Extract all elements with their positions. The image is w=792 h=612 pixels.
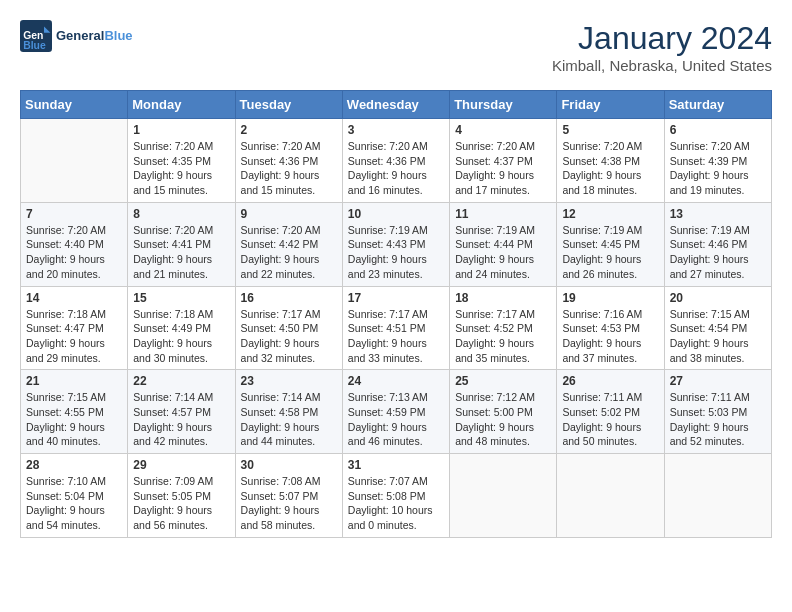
day-info: Sunrise: 7:14 AM Sunset: 4:58 PM Dayligh… [241,390,337,449]
day-number: 9 [241,207,337,221]
calendar-cell [450,454,557,538]
calendar-cell: 8Sunrise: 7:20 AM Sunset: 4:41 PM Daylig… [128,202,235,286]
calendar-cell: 11Sunrise: 7:19 AM Sunset: 4:44 PM Dayli… [450,202,557,286]
day-info: Sunrise: 7:09 AM Sunset: 5:05 PM Dayligh… [133,474,229,533]
day-number: 17 [348,291,444,305]
day-number: 26 [562,374,658,388]
day-info: Sunrise: 7:18 AM Sunset: 4:47 PM Dayligh… [26,307,122,366]
day-number: 8 [133,207,229,221]
day-info: Sunrise: 7:16 AM Sunset: 4:53 PM Dayligh… [562,307,658,366]
logo: Gen Blue GeneralBlue [20,20,133,52]
day-number: 5 [562,123,658,137]
day-number: 28 [26,458,122,472]
day-info: Sunrise: 7:20 AM Sunset: 4:39 PM Dayligh… [670,139,766,198]
svg-text:Blue: Blue [23,40,46,51]
day-number: 16 [241,291,337,305]
page-subtitle: Kimball, Nebraska, United States [552,57,772,74]
calendar-week-row: 1Sunrise: 7:20 AM Sunset: 4:35 PM Daylig… [21,119,772,203]
calendar-cell: 2Sunrise: 7:20 AM Sunset: 4:36 PM Daylig… [235,119,342,203]
day-number: 31 [348,458,444,472]
day-info: Sunrise: 7:20 AM Sunset: 4:36 PM Dayligh… [241,139,337,198]
day-info: Sunrise: 7:12 AM Sunset: 5:00 PM Dayligh… [455,390,551,449]
day-number: 4 [455,123,551,137]
calendar-day-header: Saturday [664,91,771,119]
calendar-cell: 20Sunrise: 7:15 AM Sunset: 4:54 PM Dayli… [664,286,771,370]
day-number: 2 [241,123,337,137]
calendar-cell: 17Sunrise: 7:17 AM Sunset: 4:51 PM Dayli… [342,286,449,370]
day-number: 18 [455,291,551,305]
calendar-header: SundayMondayTuesdayWednesdayThursdayFrid… [21,91,772,119]
day-info: Sunrise: 7:17 AM Sunset: 4:50 PM Dayligh… [241,307,337,366]
logo-blue: Blue [104,28,132,43]
day-number: 30 [241,458,337,472]
page-title: January 2024 [552,20,772,57]
day-info: Sunrise: 7:15 AM Sunset: 4:54 PM Dayligh… [670,307,766,366]
calendar-day-header: Friday [557,91,664,119]
calendar-cell: 27Sunrise: 7:11 AM Sunset: 5:03 PM Dayli… [664,370,771,454]
logo-general: General [56,28,104,43]
day-number: 6 [670,123,766,137]
day-number: 19 [562,291,658,305]
calendar-cell: 5Sunrise: 7:20 AM Sunset: 4:38 PM Daylig… [557,119,664,203]
day-info: Sunrise: 7:10 AM Sunset: 5:04 PM Dayligh… [26,474,122,533]
day-info: Sunrise: 7:11 AM Sunset: 5:02 PM Dayligh… [562,390,658,449]
day-info: Sunrise: 7:17 AM Sunset: 4:52 PM Dayligh… [455,307,551,366]
calendar-week-row: 21Sunrise: 7:15 AM Sunset: 4:55 PM Dayli… [21,370,772,454]
day-info: Sunrise: 7:19 AM Sunset: 4:43 PM Dayligh… [348,223,444,282]
calendar-header-row: SundayMondayTuesdayWednesdayThursdayFrid… [21,91,772,119]
day-info: Sunrise: 7:11 AM Sunset: 5:03 PM Dayligh… [670,390,766,449]
calendar-week-row: 14Sunrise: 7:18 AM Sunset: 4:47 PM Dayli… [21,286,772,370]
day-number: 13 [670,207,766,221]
day-info: Sunrise: 7:20 AM Sunset: 4:41 PM Dayligh… [133,223,229,282]
calendar-cell: 16Sunrise: 7:17 AM Sunset: 4:50 PM Dayli… [235,286,342,370]
calendar-cell: 9Sunrise: 7:20 AM Sunset: 4:42 PM Daylig… [235,202,342,286]
day-info: Sunrise: 7:19 AM Sunset: 4:45 PM Dayligh… [562,223,658,282]
day-info: Sunrise: 7:20 AM Sunset: 4:36 PM Dayligh… [348,139,444,198]
calendar-day-header: Tuesday [235,91,342,119]
day-info: Sunrise: 7:15 AM Sunset: 4:55 PM Dayligh… [26,390,122,449]
calendar-cell: 12Sunrise: 7:19 AM Sunset: 4:45 PM Dayli… [557,202,664,286]
calendar-day-header: Monday [128,91,235,119]
day-number: 14 [26,291,122,305]
page-header: Gen Blue GeneralBlue January 2024 Kimbal… [20,20,772,74]
day-number: 25 [455,374,551,388]
logo-icon: Gen Blue [20,20,52,52]
calendar-day-header: Sunday [21,91,128,119]
calendar-cell: 3Sunrise: 7:20 AM Sunset: 4:36 PM Daylig… [342,119,449,203]
calendar-cell: 14Sunrise: 7:18 AM Sunset: 4:47 PM Dayli… [21,286,128,370]
calendar-week-row: 28Sunrise: 7:10 AM Sunset: 5:04 PM Dayli… [21,454,772,538]
calendar-cell [557,454,664,538]
day-info: Sunrise: 7:07 AM Sunset: 5:08 PM Dayligh… [348,474,444,533]
calendar-cell: 29Sunrise: 7:09 AM Sunset: 5:05 PM Dayli… [128,454,235,538]
day-info: Sunrise: 7:20 AM Sunset: 4:35 PM Dayligh… [133,139,229,198]
calendar-cell: 31Sunrise: 7:07 AM Sunset: 5:08 PM Dayli… [342,454,449,538]
calendar-cell: 15Sunrise: 7:18 AM Sunset: 4:49 PM Dayli… [128,286,235,370]
calendar-cell: 4Sunrise: 7:20 AM Sunset: 4:37 PM Daylig… [450,119,557,203]
calendar-day-header: Wednesday [342,91,449,119]
calendar-cell: 23Sunrise: 7:14 AM Sunset: 4:58 PM Dayli… [235,370,342,454]
day-number: 22 [133,374,229,388]
day-number: 27 [670,374,766,388]
day-info: Sunrise: 7:20 AM Sunset: 4:40 PM Dayligh… [26,223,122,282]
calendar-cell: 1Sunrise: 7:20 AM Sunset: 4:35 PM Daylig… [128,119,235,203]
calendar-cell: 7Sunrise: 7:20 AM Sunset: 4:40 PM Daylig… [21,202,128,286]
calendar-cell: 6Sunrise: 7:20 AM Sunset: 4:39 PM Daylig… [664,119,771,203]
day-info: Sunrise: 7:17 AM Sunset: 4:51 PM Dayligh… [348,307,444,366]
day-number: 21 [26,374,122,388]
calendar-table: SundayMondayTuesdayWednesdayThursdayFrid… [20,90,772,538]
calendar-cell [664,454,771,538]
calendar-body: 1Sunrise: 7:20 AM Sunset: 4:35 PM Daylig… [21,119,772,538]
day-number: 11 [455,207,551,221]
calendar-cell: 30Sunrise: 7:08 AM Sunset: 5:07 PM Dayli… [235,454,342,538]
calendar-cell: 24Sunrise: 7:13 AM Sunset: 4:59 PM Dayli… [342,370,449,454]
day-number: 23 [241,374,337,388]
calendar-cell: 25Sunrise: 7:12 AM Sunset: 5:00 PM Dayli… [450,370,557,454]
calendar-cell: 21Sunrise: 7:15 AM Sunset: 4:55 PM Dayli… [21,370,128,454]
day-info: Sunrise: 7:19 AM Sunset: 4:44 PM Dayligh… [455,223,551,282]
calendar-day-header: Thursday [450,91,557,119]
day-number: 7 [26,207,122,221]
day-info: Sunrise: 7:20 AM Sunset: 4:38 PM Dayligh… [562,139,658,198]
day-info: Sunrise: 7:18 AM Sunset: 4:49 PM Dayligh… [133,307,229,366]
day-number: 20 [670,291,766,305]
day-number: 1 [133,123,229,137]
